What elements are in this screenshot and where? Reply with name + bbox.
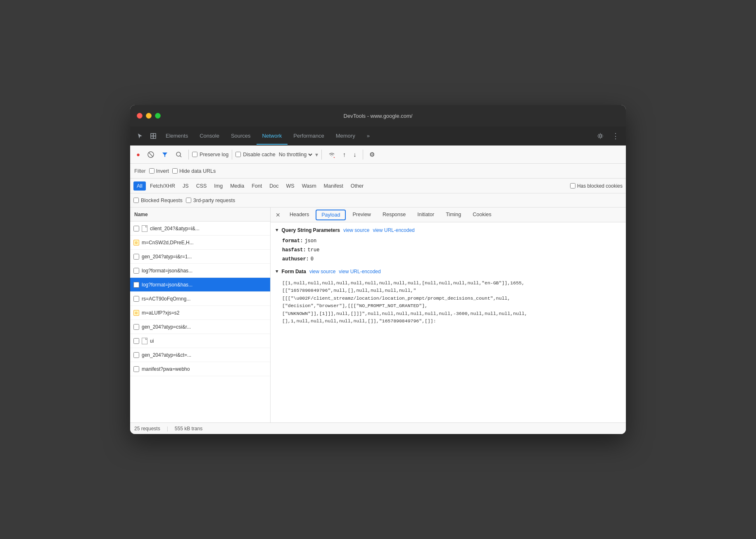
third-party-requests-label[interactable]: 3rd-party requests (186, 198, 235, 203)
param-key: format: (282, 237, 303, 245)
item-checkbox[interactable] (133, 254, 139, 260)
view-source-link[interactable]: view source (343, 227, 369, 233)
preserve-log-label[interactable]: Preserve log (192, 152, 228, 157)
tab-timing[interactable]: Timing (440, 208, 467, 222)
form-view-url-encoded-link[interactable]: view URL-encoded (339, 269, 380, 274)
item-checkbox[interactable] (133, 366, 139, 372)
tab-preview[interactable]: Preview (347, 208, 376, 222)
list-item[interactable]: ui (130, 334, 270, 348)
invert-label[interactable]: Invert (149, 168, 169, 174)
filter-manifest-btn[interactable]: Manifest (321, 181, 347, 191)
tab-headers[interactable]: Headers (284, 208, 315, 222)
list-item[interactable]: gen_204?atyp=i&r=1... (130, 250, 270, 264)
has-blocked-cookies-label[interactable]: Has blocked cookies (570, 183, 623, 189)
tab-network[interactable]: Network (257, 128, 288, 145)
tab-cookies[interactable]: Cookies (467, 208, 497, 222)
inspect-icon-btn[interactable] (147, 130, 160, 142)
blocked-requests-checkbox[interactable] (133, 198, 139, 203)
param-row-hasfast: hasfast: true (276, 246, 621, 255)
filter-doc-btn[interactable]: Doc (266, 181, 282, 191)
network-conditions-icon-btn[interactable] (325, 149, 338, 160)
filter-css-btn[interactable]: CSS (193, 181, 210, 191)
more-options-icon-btn[interactable]: ⋮ (609, 129, 623, 143)
close-panel-button[interactable]: ✕ (272, 210, 284, 220)
close-button[interactable] (137, 113, 143, 119)
list-item[interactable]: gen_204?atyp=i&ct=... (130, 348, 270, 362)
throttle-arrow-icon: ▾ (315, 151, 318, 158)
tab-response[interactable]: Response (377, 208, 411, 222)
blocked-row: Blocked Requests 3rd-party requests (130, 193, 626, 207)
tab-initiator[interactable]: Initiator (411, 208, 440, 222)
filter-icon-btn[interactable] (159, 149, 171, 160)
filter-fetch-xhr-btn[interactable]: Fetch/XHR (147, 181, 178, 191)
hide-data-urls-checkbox[interactable] (172, 168, 178, 174)
third-party-requests-checkbox[interactable] (186, 198, 191, 203)
throttle-select[interactable]: No throttling (277, 151, 314, 158)
minimize-button[interactable] (146, 113, 152, 119)
tab-more[interactable]: » (361, 128, 376, 145)
search-icon-btn[interactable] (173, 149, 185, 160)
tab-sources[interactable]: Sources (225, 128, 257, 145)
blocked-requests-label[interactable]: Blocked Requests (133, 198, 183, 203)
collapse-triangle-form[interactable]: ▼ (276, 269, 278, 274)
tab-payload[interactable]: Payload (316, 210, 346, 220)
form-view-source-link[interactable]: view source (309, 269, 335, 274)
filter-img-btn[interactable]: Img (211, 181, 226, 191)
item-checkbox[interactable] (133, 352, 139, 358)
list-item[interactable]: ⊕ m=CnSW2d,DPreE,H... (130, 236, 270, 250)
filter-ws-btn[interactable]: WS (283, 181, 297, 191)
form-data-line6: [],1,null,null,null,null,null,[]],"16578… (282, 317, 621, 325)
list-item[interactable]: ⊕ m=aLUfP?xjs=s2 (130, 306, 270, 320)
svg-line-6 (149, 153, 153, 157)
tab-console[interactable]: Console (194, 128, 225, 145)
filter-js-btn[interactable]: JS (179, 181, 192, 191)
request-name: log?format=json&has... (142, 282, 267, 288)
request-name: gen_204?atyp=csi&r... (142, 324, 267, 330)
invert-checkbox[interactable] (149, 168, 155, 174)
filter-media-btn[interactable]: Media (227, 181, 247, 191)
import-icon-btn[interactable]: ↑ (340, 149, 349, 160)
has-blocked-cookies-checkbox[interactable] (570, 183, 575, 188)
export-icon-btn[interactable]: ↓ (350, 149, 359, 160)
list-item[interactable]: manifest?pwa=webho (130, 362, 270, 376)
request-name: m=CnSW2d,DPreE,H... (142, 240, 267, 246)
preserve-log-checkbox[interactable] (192, 152, 197, 157)
maximize-button[interactable] (155, 113, 161, 119)
filter-font-btn[interactable]: Font (248, 181, 265, 191)
hide-data-urls-label[interactable]: Hide data URLs (172, 168, 216, 174)
item-checkbox[interactable] (133, 282, 139, 288)
item-checkbox[interactable] (133, 268, 139, 274)
request-name: ui (150, 338, 267, 344)
gear-icon (597, 133, 604, 139)
svg-rect-0 (151, 134, 153, 136)
list-item[interactable]: log?format=json&has... (130, 278, 270, 292)
toolbar-separator-4 (363, 150, 363, 160)
inspect-icon (150, 133, 157, 139)
block-icon-btn[interactable] (145, 149, 157, 160)
tab-performance[interactable]: Performance (288, 128, 330, 145)
list-item[interactable]: client_204?&atyp=i&... (130, 222, 270, 236)
traffic-lights (137, 113, 161, 119)
list-item[interactable]: log?format=json&has... (130, 264, 270, 278)
filter-other-btn[interactable]: Other (347, 181, 367, 191)
filter-all-btn[interactable]: All (133, 181, 146, 191)
settings-icon-btn[interactable] (594, 130, 607, 142)
item-checkbox[interactable] (133, 296, 139, 302)
collapse-triangle[interactable]: ▼ (276, 228, 278, 233)
cursor-icon-btn[interactable] (133, 130, 147, 142)
network-settings-icon-btn[interactable]: ⚙ (366, 149, 378, 160)
item-checkbox[interactable] (133, 324, 139, 330)
filter-label: Filter (134, 168, 146, 174)
list-item[interactable]: rs=ACT90oFqOrnng... (130, 292, 270, 306)
filter-wasm-btn[interactable]: Wasm (299, 181, 320, 191)
svg-rect-1 (153, 134, 156, 136)
item-checkbox[interactable] (133, 226, 139, 231)
view-url-encoded-link[interactable]: view URL-encoded (373, 227, 414, 233)
disable-cache-checkbox[interactable] (235, 152, 241, 157)
list-item[interactable]: gen_204?atyp=csi&r... (130, 320, 270, 334)
item-checkbox[interactable] (133, 338, 139, 344)
record-button[interactable]: ● (133, 149, 143, 160)
disable-cache-label[interactable]: Disable cache (235, 152, 276, 157)
tab-memory[interactable]: Memory (330, 128, 361, 145)
tab-elements[interactable]: Elements (160, 128, 194, 145)
